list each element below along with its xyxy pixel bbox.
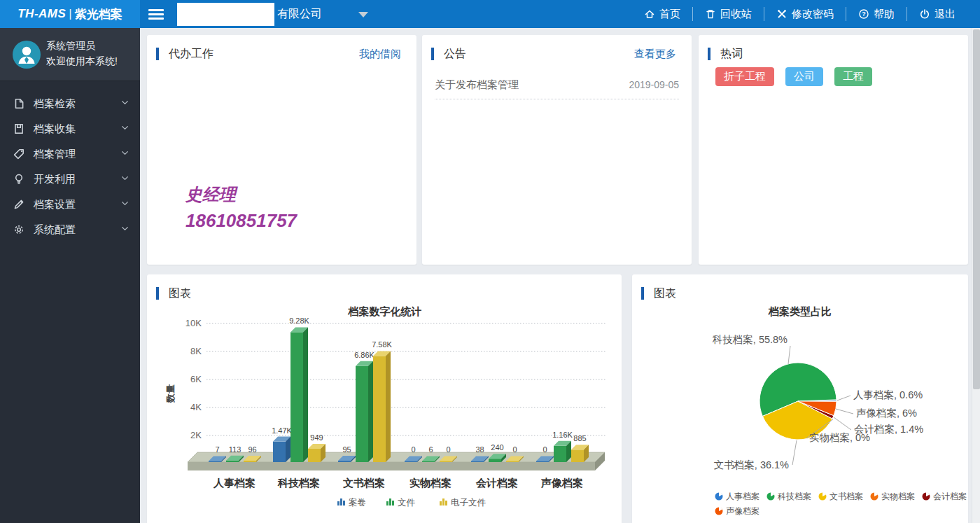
home-icon <box>644 8 655 20</box>
x-category-label: 科技档案 <box>277 477 320 489</box>
nav-logout[interactable]: 退出 <box>906 7 967 21</box>
sidebar-item-archive-search[interactable]: 档案检索 <box>0 91 140 116</box>
pie-legend-item: 文书档案 <box>819 491 864 501</box>
chevron-down-icon <box>120 198 130 209</box>
sidebar-item-develop-use-label: 开发利用 <box>34 173 76 186</box>
sidebar-item-develop-use[interactable]: 开发利用 <box>0 167 140 192</box>
sidebar: 系统管理员 欢迎使用本系统! 档案检索档案收集档案管理开发利用档案设置系统配置 <box>0 28 140 523</box>
pie-label-文书档案: 文书档案, 36.1% <box>714 459 789 470</box>
pie-chart: 档案类型占比人事档案, 0.6%科技档案, 55.8%文书档案, 36.1%实物… <box>632 302 968 523</box>
hotwords-panel-header: 热词 <box>699 46 968 63</box>
nav-change-password-label: 修改密码 <box>792 8 834 21</box>
bar-value-label: 7 <box>215 445 219 454</box>
view-more-link[interactable]: 查看更多 <box>634 48 676 61</box>
sidebar-item-archive-search-label: 档案检索 <box>34 97 76 111</box>
x-category-label: 人事档案 <box>213 477 255 489</box>
hotword-tag[interactable]: 工程 <box>834 67 872 86</box>
company-dropdown-caret-icon[interactable] <box>358 12 368 18</box>
bar-chart-panel: 图表 档案数字化统计02K4K6K8K10K数量711396人事档案1.47K9… <box>147 274 622 523</box>
nav-help[interactable]: ?帮助 <box>846 7 906 21</box>
pie-label-line <box>788 346 790 364</box>
bar-value-label: 0 <box>411 445 415 454</box>
brand-name: 紫光档案 <box>75 6 122 22</box>
todo-panel: 代办工作 我的借阅 史经理 18610851757 <box>147 35 416 265</box>
pie-chart-panel-title: 图表 <box>654 286 676 301</box>
sidebar-item-system-config[interactable]: 系统配置 <box>0 217 140 242</box>
bar-电子文件-科技档案 <box>308 444 326 462</box>
sidebar-item-archive-settings[interactable]: 档案设置 <box>0 192 140 217</box>
bar-文件-声像档案 <box>554 441 571 462</box>
hotword-tag[interactable]: 折子工程 <box>715 67 774 86</box>
chevron-down-icon <box>120 97 130 108</box>
scrollbar-thumb[interactable] <box>973 29 980 389</box>
sidebar-item-archive-collect[interactable]: 档案收集 <box>0 116 140 141</box>
pie-label-科技档案: 科技档案, 55.8% <box>713 334 788 345</box>
nav-home-label: 首页 <box>659 8 680 21</box>
bar-案卷-科技档案 <box>273 437 290 462</box>
hotword-tag[interactable]: 公司 <box>785 67 823 86</box>
company-suffix-label[interactable]: 有限公司 <box>277 0 322 28</box>
x-category-label: 声像档案 <box>540 477 583 489</box>
pie-label-line <box>836 409 853 414</box>
chevron-down-icon <box>120 223 130 234</box>
bulb-icon <box>13 173 25 186</box>
chart-floor-front <box>188 462 595 470</box>
menu-toggle-icon[interactable] <box>148 7 165 21</box>
y-axis-title: 数量 <box>165 384 176 403</box>
bar-legend-label: 案卷 <box>349 498 366 508</box>
todo-panel-header: 代办工作 我的借阅 <box>147 46 416 63</box>
header-accent-bar <box>641 287 644 300</box>
nav-recycle-bin[interactable]: 回收站 <box>692 7 764 21</box>
bar-电子文件-声像档案 <box>571 445 589 462</box>
y-tick-label: 2K <box>190 430 202 440</box>
bar-value-label: 7.58K <box>372 340 392 349</box>
header-accent-bar <box>708 48 710 60</box>
brand-divider: | <box>69 7 71 21</box>
y-tick-label: 6K <box>190 374 202 384</box>
bar-legend-item: 电子文件 <box>440 498 486 508</box>
bar-legend-item: 案卷 <box>337 498 366 508</box>
bar-chart-panel-title: 图表 <box>169 286 191 301</box>
todo-panel-title: 代办工作 <box>169 47 214 62</box>
nav-change-password[interactable]: 修改密码 <box>764 7 846 21</box>
pencil-icon <box>13 198 25 211</box>
bar-value-label: 96 <box>248 445 256 454</box>
y-tick-label: 8K <box>190 346 202 356</box>
help-icon: ? <box>858 8 869 20</box>
gear-icon <box>13 223 25 236</box>
top-bar: TH-AMS | 紫光档案 有限公司 首页回收站修改密码?帮助退出 <box>0 0 980 28</box>
sidebar-item-archive-manage[interactable]: 档案管理 <box>0 141 140 167</box>
bar-chart-panel-header: 图表 <box>147 286 622 302</box>
bar-value-label: 0 <box>512 445 517 454</box>
header-accent-bar <box>156 48 159 60</box>
pie-label-line <box>834 417 851 430</box>
notice-panel: 公告 查看更多 关于发布档案管理2019-09-05 <box>422 35 692 265</box>
bar-value-label: 240 <box>491 443 503 452</box>
nav-help-label: 帮助 <box>874 8 895 21</box>
bar-value-label: 949 <box>310 433 323 442</box>
x-category-label: 会计档案 <box>475 477 518 489</box>
collect-icon <box>13 123 25 135</box>
tag-icon <box>13 148 25 160</box>
scrollbar-track[interactable] <box>972 28 980 523</box>
bar-value-label: 1.16K <box>552 431 573 439</box>
y-tick-label: 4K <box>190 402 202 412</box>
pie-legend-label: 会计档案 <box>933 491 967 501</box>
pie-legend-label: 科技档案 <box>777 491 811 501</box>
chevron-down-icon <box>120 123 130 133</box>
bar-legend-label: 文件 <box>398 498 416 508</box>
nav-home[interactable]: 首页 <box>632 7 692 21</box>
bar-文件-科技档案 <box>290 327 308 462</box>
app-logo: TH-AMS | 紫光档案 <box>0 0 140 28</box>
user-text: 系统管理员 欢迎使用本系统! <box>46 38 118 69</box>
pie-legend-item: 科技档案 <box>767 491 812 501</box>
pie-chart-title: 档案类型占比 <box>768 305 832 317</box>
bar-电子文件-文书档案 <box>373 351 391 462</box>
notice-row[interactable]: 关于发布档案管理2019-09-05 <box>435 73 679 99</box>
bar-value-label: 885 <box>573 434 586 442</box>
pie-chart-panel: 图表 档案类型占比人事档案, 0.6%科技档案, 55.8%文书档案, 36.1… <box>632 274 968 523</box>
notice-list: 关于发布档案管理2019-09-05 <box>435 73 679 99</box>
my-borrow-link[interactable]: 我的借阅 <box>359 48 401 61</box>
trash-icon <box>705 8 716 20</box>
sidebar-item-archive-manage-label: 档案管理 <box>34 148 76 161</box>
